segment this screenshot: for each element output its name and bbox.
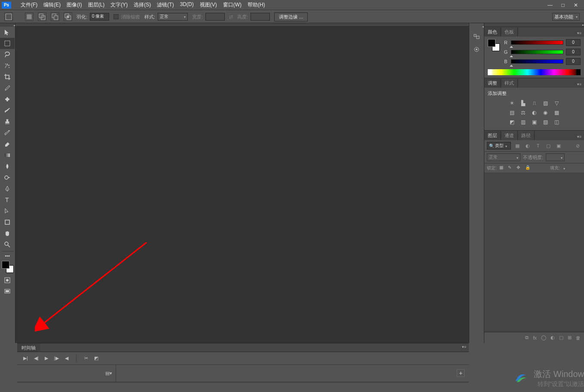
menu-help[interactable]: 帮助(H) — [245, 0, 268, 9]
move-tool[interactable] — [0, 27, 15, 38]
new-layer-icon[interactable]: ⊞ — [568, 335, 572, 340]
tab-adjust[interactable]: 调整 — [484, 79, 501, 88]
menu-window[interactable]: 窗口(W) — [220, 0, 244, 9]
track-options-icon[interactable]: ▤▾ — [105, 371, 112, 376]
tab-paths[interactable]: 路径 — [518, 131, 535, 140]
history-panel-icon[interactable] — [471, 32, 482, 41]
play-icon[interactable]: ▶ — [45, 355, 48, 361]
close-button[interactable]: ✕ — [569, 1, 582, 9]
adjust-panel-menu-icon[interactable]: ▾≡ — [575, 81, 584, 88]
pen-tool[interactable] — [0, 183, 15, 194]
new-fill-icon[interactable]: ◐ — [550, 335, 555, 340]
maximize-button[interactable]: □ — [556, 1, 569, 9]
tab-layers[interactable]: 图层 — [484, 131, 501, 140]
crop-tool[interactable] — [0, 71, 15, 83]
menu-image[interactable]: 图像(I) — [64, 0, 84, 9]
subtract-selection-icon[interactable] — [51, 12, 59, 21]
curves-icon[interactable]: ⎍ — [530, 99, 538, 107]
last-frame-icon[interactable]: ◀ — [65, 355, 68, 361]
new-selection-icon[interactable] — [25, 12, 34, 21]
delete-layer-icon[interactable]: 🗑 — [576, 335, 581, 340]
lock-move-icon[interactable]: ✥ — [517, 165, 523, 171]
filter-adjust-icon[interactable]: ◐ — [524, 142, 532, 149]
blend-mode-select[interactable]: 正常 — [487, 153, 520, 161]
tab-swatches[interactable]: 色板 — [501, 28, 518, 37]
menu-layer[interactable]: 图层(L) — [86, 0, 107, 9]
opacity-input[interactable] — [546, 153, 565, 161]
new-group-icon[interactable]: ▢ — [559, 335, 563, 340]
screenmode-tool[interactable] — [0, 286, 15, 297]
filter-smart-icon[interactable]: ▣ — [555, 142, 563, 149]
tools-grip[interactable] — [0, 23, 15, 27]
menu-type[interactable]: 文字(Y) — [108, 0, 130, 9]
lasso-tool[interactable] — [0, 49, 15, 60]
quickmask-tool[interactable] — [0, 275, 15, 286]
layer-mask-icon[interactable]: ◯ — [541, 335, 546, 340]
menu-edit[interactable]: 编辑(E) — [41, 0, 63, 9]
layers-list[interactable] — [484, 173, 584, 332]
history-brush-tool[interactable] — [0, 127, 15, 138]
menu-view[interactable]: 视图(V) — [197, 0, 220, 9]
refine-edge-button[interactable]: 调整边缘 ... — [274, 12, 308, 21]
first-frame-icon[interactable]: ▶| — [23, 355, 28, 361]
prev-frame-icon[interactable]: ◀| — [34, 355, 39, 361]
type-tool[interactable]: T — [0, 194, 15, 205]
lock-pixels-icon[interactable]: ▦ — [499, 165, 505, 171]
panels-grip[interactable] — [484, 23, 584, 27]
vibrance-icon[interactable]: ▽ — [553, 99, 560, 107]
workspace-switcher[interactable]: 基本功能 — [552, 13, 580, 21]
brush-tool[interactable] — [0, 105, 15, 116]
r-value[interactable]: 0 — [566, 39, 581, 46]
timeline-menu-icon[interactable]: ▾≡ — [459, 343, 469, 352]
split-icon[interactable]: ✂ — [84, 355, 88, 361]
invert-icon[interactable]: ◩ — [508, 118, 516, 126]
shape-tool[interactable] — [0, 217, 15, 228]
dock-grip[interactable] — [469, 25, 484, 28]
gradient-tool[interactable] — [0, 150, 15, 161]
layer-filter-type[interactable]: 🔍类型 — [487, 142, 511, 150]
transition-icon[interactable]: ◩ — [94, 355, 98, 361]
posterize-icon[interactable]: ▥ — [519, 118, 527, 126]
bw-icon[interactable]: ◐ — [530, 109, 538, 116]
color-swatches[interactable] — [2, 261, 14, 273]
b-value[interactable]: 0 — [566, 58, 581, 65]
eyedropper-tool[interactable] — [0, 83, 15, 94]
balance-icon[interactable]: ⚖ — [519, 109, 527, 116]
canvas-area[interactable] — [15, 23, 469, 343]
color-spectrum[interactable] — [488, 69, 581, 75]
hue-icon[interactable]: ▤ — [508, 109, 516, 116]
stamp-tool[interactable] — [0, 116, 15, 127]
marquee-tool[interactable] — [0, 38, 15, 49]
hand-tool[interactable] — [0, 228, 15, 239]
tab-styles[interactable]: 样式 — [501, 79, 518, 88]
intersect-selection-icon[interactable] — [64, 12, 72, 21]
blur-tool[interactable] — [0, 161, 15, 172]
color-panel-menu-icon[interactable]: ▾≡ — [575, 30, 584, 37]
quick-select-tool[interactable] — [0, 60, 15, 71]
eraser-tool[interactable] — [0, 138, 15, 150]
heal-tool[interactable] — [0, 94, 15, 105]
menu-file[interactable]: 文件(F) — [18, 0, 40, 9]
tab-channels[interactable]: 通道 — [501, 131, 518, 140]
next-frame-icon[interactable]: |▶ — [54, 355, 59, 361]
link-layers-icon[interactable]: ⧉ — [525, 335, 529, 340]
layers-panel-menu-icon[interactable]: ▾≡ — [575, 133, 584, 140]
minimize-button[interactable]: — — [544, 1, 556, 9]
threshold-icon[interactable]: ▣ — [530, 118, 538, 126]
menu-select[interactable]: 选择(S) — [131, 0, 153, 9]
tab-timeline[interactable]: 时间轴 — [17, 343, 40, 352]
zoom-tool[interactable] — [0, 239, 15, 250]
lock-paint-icon[interactable]: ✎ — [508, 165, 514, 171]
lock-all-icon[interactable]: 🔒 — [525, 165, 531, 171]
timeline-track-area[interactable]: + — [116, 365, 469, 382]
style-select[interactable]: 正常 — [158, 13, 188, 21]
selective-icon[interactable]: ◫ — [553, 118, 560, 126]
feather-input[interactable]: 0 像素 — [90, 13, 109, 21]
panel-color-swatches[interactable] — [488, 39, 500, 51]
current-tool-indicator[interactable] — [4, 12, 13, 21]
path-select-tool[interactable] — [0, 205, 15, 217]
exposure-icon[interactable]: ▨ — [541, 99, 549, 107]
g-slider[interactable] — [511, 50, 563, 54]
layer-fx-icon[interactable]: fx — [533, 335, 537, 340]
foreground-color-swatch[interactable] — [2, 261, 9, 269]
